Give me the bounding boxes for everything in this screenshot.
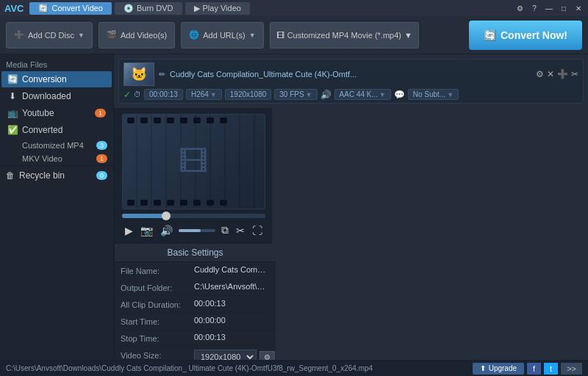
edit-filename-icon: ✏ (159, 70, 165, 79)
upgrade-icon: ⬆ (480, 364, 486, 372)
settings-icon-btn[interactable]: ⚙ (514, 3, 525, 13)
meta-resolution: 1920x1080 (225, 89, 272, 100)
sidebar-item-downloaded[interactable]: ⬇ Downloaded (1, 88, 112, 104)
file-add-btn[interactable]: ➕ (557, 69, 568, 79)
meta-subtitle: No Subt... ▼ (408, 89, 459, 100)
file-controls: ⚙ ✕ ➕ ✂ (536, 69, 578, 79)
file-name: Cuddly Cats Compilation_Ultimate Cute (4… (170, 70, 531, 79)
sidebar-section-media: Media Files (0, 57, 113, 70)
more-btn[interactable]: >> (561, 363, 582, 375)
youtube-icon: 📺 (7, 108, 18, 118)
converted-icon: ✅ (7, 125, 18, 135)
film-icon: 🎞 (179, 145, 208, 178)
main-area: Media Files 🔄 Conversion ⬇ Downloaded 📺 … (0, 54, 588, 360)
file-close-btn[interactable]: ✕ (547, 69, 554, 79)
twitter-btn[interactable]: t (544, 363, 558, 375)
add-url-label: Add URL(s) (203, 31, 245, 40)
film-hole (127, 200, 135, 206)
start-time-label: Start Time: (121, 316, 194, 326)
nav-play-video[interactable]: ▶ Play Video (185, 2, 250, 15)
file-duration-display: ⏱ (134, 90, 141, 98)
app-logo: AVC (4, 3, 24, 14)
recycle-icon: 🗑 (6, 170, 15, 181)
format-selector[interactable]: 🎞 Customized MP4 Movie (*.mp4) ▼ (270, 22, 419, 48)
add-cd-button[interactable]: ➕ Add CD Disc ▼ (6, 22, 93, 48)
duration-value: 00:00:13 (194, 299, 270, 308)
sidebar-item-youtube[interactable]: 📺 Youtube 1 (1, 105, 112, 121)
globe-icon: 🌐 (189, 30, 199, 40)
duration-label: All Clip Duration: (121, 299, 194, 309)
sidebar-item-conversion[interactable]: 🔄 Conversion (1, 71, 112, 87)
file-cut-btn[interactable]: ✂ (571, 69, 578, 79)
settings-row-duration: All Clip Duration: 00:00:13 (115, 296, 276, 313)
statusbar: C:\Users\Anvsoft\Downloads\Cuddly Cats C… (0, 360, 588, 376)
sidebar-item-customized-mp4[interactable]: Customized MP4 3 (16, 139, 113, 152)
nav-convert-video[interactable]: 🔄 Convert Video (29, 2, 112, 15)
close-btn[interactable]: ✕ (573, 3, 584, 13)
youtube-badge: 1 (95, 109, 106, 118)
settings-row-filename: File Name: Cuddly Cats Compilation_... (115, 262, 276, 279)
customized-mp4-badge: 3 (96, 141, 107, 150)
add-video-label: Add Video(s) (121, 31, 167, 40)
snapshot-button[interactable]: 📷 (139, 223, 154, 238)
cut-button[interactable]: ✂ (234, 223, 246, 238)
burn-dvd-icon: 💿 (123, 4, 134, 13)
format-label: Customized MP4 Movie (*.mp4) (287, 31, 401, 40)
timeline-bar[interactable] (122, 214, 265, 218)
file-header: 🐱 ✏ Cuddly Cats Compilation_Ultimate Cut… (123, 62, 578, 86)
mkv-video-badge: 1 (96, 154, 107, 163)
copy-button[interactable]: ⧉ (220, 223, 230, 238)
upgrade-button[interactable]: ⬆ Upgrade (473, 363, 524, 375)
volume-slider[interactable] (179, 229, 215, 232)
subtitle-icon: 💬 (394, 90, 405, 100)
film-hole (140, 118, 148, 123)
timeline[interactable] (122, 214, 265, 218)
film-hole (180, 200, 187, 206)
meta-codec: H264 ▼ (186, 89, 222, 100)
file-thumbnail: 🐱 (123, 62, 154, 86)
add-url-button[interactable]: 🌐 Add URL(s) ▼ (181, 22, 263, 48)
facebook-btn[interactable]: f (527, 363, 541, 375)
minimize-btn[interactable]: — (544, 3, 554, 13)
film-hole (154, 200, 161, 206)
titlebar-right: ⚙ ? — □ ✕ (514, 3, 584, 13)
titlebar-left: AVC 🔄 Convert Video 💿 Burn DVD ▶ Play Vi… (4, 2, 250, 15)
meta-duration: 00:00:13 (144, 89, 183, 100)
film-hole (180, 118, 187, 123)
add-video-button[interactable]: 🎬 Add Video(s) (98, 22, 175, 48)
add-cd-label: Add CD Disc (28, 31, 74, 40)
burn-dvd-label: Burn DVD (137, 4, 173, 12)
recycle-bin[interactable]: 🗑 Recycle bin 0 (0, 165, 113, 185)
maximize-btn[interactable]: □ (559, 3, 569, 13)
recycle-label: Recycle bin (19, 170, 65, 181)
videosize-select[interactable]: 1920x1080 (194, 350, 257, 360)
nav-burn-dvd[interactable]: 💿 Burn DVD (115, 2, 182, 15)
titlebar-nav: 🔄 Convert Video 💿 Burn DVD ▶ Play Video (29, 2, 249, 15)
convert-now-label: Convert Now! (501, 29, 567, 41)
play-video-icon: ▶ (194, 4, 200, 13)
add-cd-icon: ➕ (14, 30, 24, 40)
settings-row-stop: Stop Time: 00:00:13 (115, 330, 276, 347)
mkv-video-label: MKV Video (22, 154, 62, 163)
content-area: 🐱 ✏ Cuddly Cats Compilation_Ultimate Cut… (114, 54, 588, 360)
help-btn[interactable]: ? (529, 3, 539, 13)
convert-now-button[interactable]: 🔄 Convert Now! (469, 21, 582, 50)
film-icon: 🎞 (276, 31, 284, 40)
stop-time-label: Stop Time: (121, 333, 194, 343)
film-hole (220, 200, 227, 206)
film-hole (127, 118, 135, 123)
film-preview: 🎞 (122, 114, 265, 209)
videosize-gear-btn[interactable]: ⚙ (259, 351, 275, 361)
fullscreen-button[interactable]: ⛶ (251, 223, 264, 238)
sidebar-item-mkv-video[interactable]: MKV Video 1 (16, 152, 113, 165)
thumbnail-image: 🐱 (124, 62, 154, 86)
file-options-btn[interactable]: ⚙ (536, 69, 544, 79)
sidebar-item-converted[interactable]: ✅ Converted (1, 122, 112, 138)
timeline-thumb[interactable] (162, 212, 171, 220)
filename-value: Cuddly Cats Compilation_... (194, 265, 270, 274)
check-icon: ✓ (123, 90, 131, 100)
volume-button[interactable]: 🔊 (159, 223, 174, 238)
play-button[interactable]: ▶ (123, 223, 135, 238)
film-holes-top (123, 118, 265, 123)
downloaded-label: Downloaded (22, 91, 71, 101)
